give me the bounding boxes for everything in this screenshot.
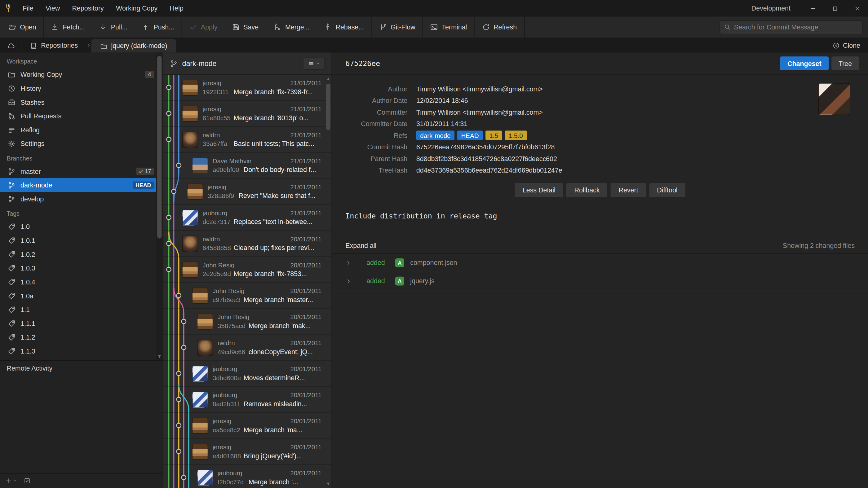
graph-scrollbar-thumb[interactable] bbox=[326, 84, 331, 130]
commit-row-e4d01688[interactable]: jeresig20/01/2011e4d01688Bring jQuery('#… bbox=[163, 439, 332, 465]
less-detail-button[interactable]: Less Detail bbox=[515, 183, 563, 197]
commit-author: jaubourg bbox=[203, 209, 286, 216]
revert-button[interactable]: Revert bbox=[611, 183, 646, 197]
pull-button[interactable]: Pull... bbox=[92, 17, 135, 38]
chevron-right-icon[interactable] bbox=[345, 260, 351, 266]
menu-help[interactable]: Help bbox=[164, 0, 189, 17]
file-row-component.json[interactable]: addedAcomponent.json bbox=[332, 254, 868, 272]
open-button[interactable]: Open bbox=[1, 17, 43, 38]
sidebar-item-dark-mode[interactable]: dark-modeHEAD bbox=[0, 178, 163, 192]
commit-row-328a86f9[interactable]: jeresig21/01/2011328a86f9Revert "Make su… bbox=[163, 179, 332, 205]
graph-filter-button[interactable] bbox=[303, 57, 325, 69]
refresh-button[interactable]: Refresh bbox=[475, 17, 524, 38]
sidebar-item-develop[interactable]: develop bbox=[0, 192, 163, 206]
commit-author: jeresig bbox=[203, 105, 286, 112]
changed-file-list: addedAcomponent.jsonaddedAjquery.js bbox=[332, 254, 868, 291]
graph-scroll-up-arrow[interactable]: ▲ bbox=[326, 76, 331, 82]
graph-scroll-down-arrow[interactable]: ▼ bbox=[326, 482, 331, 487]
commit-row-3dbd600e[interactable]: jaubourg20/01/20113dbd600eMoves determin… bbox=[163, 361, 332, 387]
difftool-button[interactable]: Difftool bbox=[649, 183, 685, 197]
changeset-view-button[interactable]: Changeset bbox=[780, 56, 829, 70]
refs-badges: dark-modeHEAD1.51.5.0 bbox=[416, 130, 527, 140]
sidebar-item-label: master bbox=[21, 167, 131, 175]
merge-button[interactable]: Merge... bbox=[266, 17, 317, 38]
terminal-button[interactable]: Terminal bbox=[423, 17, 474, 38]
sidebar-item-1.0.4[interactable]: 1.0.4 bbox=[0, 275, 163, 289]
ref-badge-head[interactable]: HEAD bbox=[457, 130, 483, 140]
sidebar-item-pull-requests[interactable]: Pull Requests bbox=[0, 109, 163, 123]
close-button[interactable] bbox=[846, 0, 868, 17]
sidebar-item-1.1.2[interactable]: 1.1.2 bbox=[0, 330, 163, 344]
sidebar-item-1.1.3[interactable]: 1.1.3 bbox=[0, 344, 163, 358]
tag-icon bbox=[8, 292, 16, 300]
chevron-right-icon[interactable] bbox=[345, 278, 351, 284]
save-button[interactable]: Save bbox=[225, 17, 266, 38]
clone-button[interactable]: Clone bbox=[825, 38, 868, 52]
commit-message-summary: cloneCopyEvent; jQ... bbox=[249, 348, 322, 355]
commit-row-ea5ce8c2[interactable]: jeresig20/01/2011ea5ce8c2Merge branch 'm… bbox=[163, 413, 332, 439]
fetch-button[interactable]: Fetch... bbox=[44, 17, 92, 38]
breadcrumb-repositories[interactable]: Repositories bbox=[22, 38, 86, 52]
reflog-icon bbox=[8, 126, 16, 134]
menu-working-copy[interactable]: Working Copy bbox=[110, 0, 163, 17]
checkbox-filter-icon[interactable] bbox=[24, 478, 30, 484]
commit-graph-panel: dark-mode jeresig21/01/20111922f311Merge… bbox=[163, 53, 332, 488]
commit-row-33a67ffa[interactable]: rwldrn21/01/201133a67ffaBasic unit tests… bbox=[163, 127, 332, 153]
menu-view[interactable]: View bbox=[39, 0, 66, 17]
commit-row-1922f311[interactable]: jeresig21/01/20111922f311Merge branch 'f… bbox=[163, 75, 332, 101]
commit-row-61e80c55[interactable]: jeresig21/01/201161e80c55Merge branch '8… bbox=[163, 101, 332, 127]
sidebar-item-1.0[interactable]: 1.0 bbox=[0, 220, 163, 234]
commit-row-2e2d5e9d[interactable]: John Resig20/01/20112e2d5e9dMerge branch… bbox=[163, 257, 332, 283]
sidebar-item-1.0.2[interactable]: 1.0.2 bbox=[0, 247, 163, 261]
sidebar-item-1.0a[interactable]: 1.0a bbox=[0, 289, 163, 303]
commit-search-box[interactable] bbox=[719, 20, 862, 34]
ref-badge-1.5.0[interactable]: 1.5.0 bbox=[505, 130, 527, 140]
file-row-jquery.js[interactable]: addedAjquery.js bbox=[332, 272, 868, 291]
tab-jquery-dark-mode[interactable]: jquery (dark-mode) bbox=[91, 39, 176, 53]
tree-view-button[interactable]: Tree bbox=[831, 56, 859, 70]
sidebar-scrollbar-thumb[interactable] bbox=[157, 56, 161, 238]
sidebar-item-label: 1.1.3 bbox=[21, 347, 154, 355]
search-input[interactable] bbox=[734, 23, 858, 31]
merge-icon bbox=[273, 23, 281, 31]
push-button[interactable]: Push... bbox=[135, 17, 182, 38]
sidebar-item-history[interactable]: History bbox=[0, 82, 163, 95]
cloud-button[interactable] bbox=[0, 38, 22, 52]
sidebar-item-1.1[interactable]: 1.1 bbox=[0, 303, 163, 317]
graph-scrollbar[interactable]: ▲ ▼ bbox=[325, 75, 331, 488]
commit-message-summary: Moves determineR... bbox=[244, 374, 322, 382]
ref-badge-1.5[interactable]: 1.5 bbox=[486, 130, 502, 140]
commit-row-f2b0c77d[interactable]: jaubourg20/01/2011f2b0c77dMerge branch '… bbox=[163, 465, 332, 488]
commit-row-49cd9c66[interactable]: rwldrn20/01/201149cd9c66cloneCopyEvent; … bbox=[163, 335, 332, 361]
toolbar-button-label: Fetch... bbox=[63, 23, 85, 31]
sidebar-item-reflog[interactable]: Reflog bbox=[0, 123, 163, 137]
commit-row-ad0ebf00[interactable]: Dave Methvin21/01/2011ad0ebf00Don't do b… bbox=[163, 153, 332, 179]
detail-fields: AuthorTimmy Willison <timmywillisn@gmail… bbox=[345, 83, 855, 176]
commit-row-line1: jeresig20/01/2011 bbox=[213, 444, 322, 450]
minimize-button[interactable] bbox=[802, 0, 824, 17]
menu-file[interactable]: File bbox=[17, 0, 40, 17]
commit-row-35875acd[interactable]: John Resig20/01/201135875acdMerge branch… bbox=[163, 308, 332, 335]
sidebar-item-working-copy[interactable]: Working Copy4 bbox=[0, 68, 163, 82]
sidebar-scrollbar[interactable]: ▼ bbox=[156, 53, 163, 360]
sidebar-scroll-down-arrow[interactable]: ▼ bbox=[156, 354, 163, 360]
sidebar-item-1.1.1[interactable]: 1.1.1 bbox=[0, 316, 163, 330]
sidebar-item-1.0.3[interactable]: 1.0.3 bbox=[0, 261, 163, 275]
commit-author: John Resig bbox=[218, 314, 286, 320]
commit-row-64588858[interactable]: rwldrn20/01/201164588858Cleaned up; fixe… bbox=[163, 231, 332, 257]
maximize-button[interactable] bbox=[824, 0, 846, 17]
rebase-button[interactable]: Rebase... bbox=[317, 17, 371, 38]
sidebar-item-1.0.1[interactable]: 1.0.1 bbox=[0, 234, 163, 248]
git-flow-button[interactable]: Git-Flow bbox=[372, 17, 423, 38]
menu-repository[interactable]: Repository bbox=[66, 0, 110, 17]
sidebar-item-master[interactable]: master↙ 17 bbox=[0, 164, 163, 178]
commit-row-dc2e7317[interactable]: jaubourg21/01/2011dc2e7317Replaces "text… bbox=[163, 205, 332, 231]
ref-badge-dark-mode[interactable]: dark-mode bbox=[416, 130, 455, 140]
add-repository-button[interactable] bbox=[5, 478, 17, 484]
sidebar-item-settings[interactable]: Settings bbox=[0, 137, 163, 151]
commit-row-8ad2b31f[interactable]: jaubourg20/01/20118ad2b31fRemoves mislea… bbox=[163, 387, 332, 413]
commit-row-c97b6ee3[interactable]: John Resig20/01/2011c97b6ee3Merge branch… bbox=[163, 283, 332, 309]
expand-all-link[interactable]: Expand all bbox=[345, 241, 376, 249]
rollback-button[interactable]: Rollback bbox=[567, 183, 608, 197]
sidebar-item-stashes[interactable]: Stashes bbox=[0, 95, 163, 109]
